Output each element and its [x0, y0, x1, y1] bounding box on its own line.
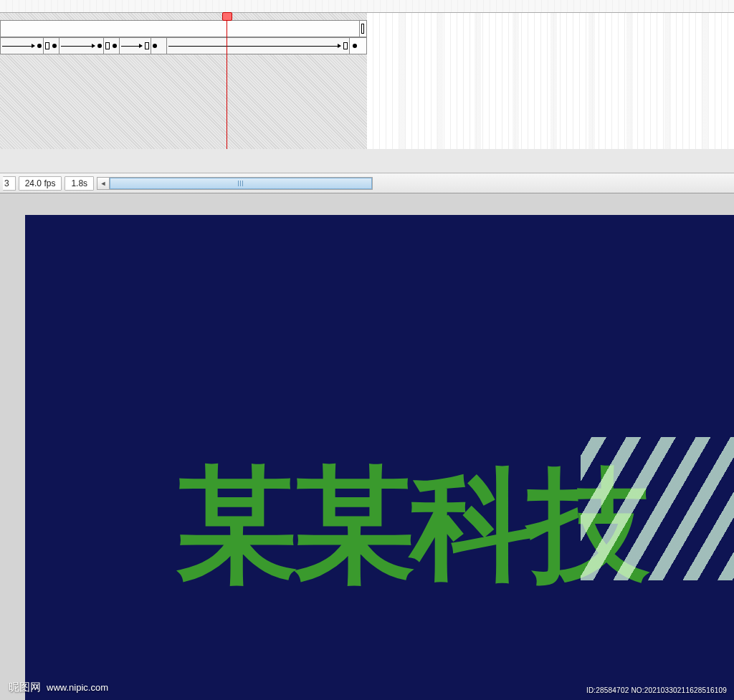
current-frame-display: 3 [3, 176, 16, 191]
end-frame-marker [361, 24, 364, 34]
blank-keyframe-icon [105, 42, 110, 49]
scrollbar-grip-icon [238, 181, 244, 186]
stage-title-text[interactable]: 某某科技 [176, 444, 646, 608]
keyframe-dot-icon [37, 44, 42, 48]
playhead[interactable] [227, 13, 227, 149]
timeline-layers [0, 13, 734, 149]
watermark-site-name: 昵图网 [9, 681, 41, 694]
watermark: 昵图网 www.nipic.com [9, 681, 108, 694]
elapsed-time-display: 1.8s [65, 176, 94, 191]
blank-keyframe-icon [45, 42, 49, 49]
keyframe-dot-icon [113, 44, 117, 48]
tween-arrow-icon [61, 46, 95, 47]
watermark-id: ID:28584702 NO:20210330211628516109 [586, 686, 727, 694]
blank-keyframe-icon [145, 42, 149, 49]
timeline-layer-2[interactable] [0, 37, 367, 54]
scrollbar-thumb[interactable] [110, 178, 372, 189]
timeline-status-bar: 3 24.0 fps 1.8s ◄ [0, 173, 734, 193]
timeline-layer-1[interactable] [0, 20, 367, 37]
keyframe-dot-icon [353, 44, 357, 48]
stage-canvas[interactable]: 某某科技 [25, 215, 734, 700]
timeline-panel: 3 24.0 fps 1.8s ◄ [0, 0, 734, 193]
timeline-scrollbar[interactable]: ◄ [97, 177, 373, 190]
keyframe-dot-icon [153, 44, 157, 48]
timeline-ruler[interactable] [0, 0, 734, 13]
keyframe-dot-icon [52, 44, 57, 48]
tween-arrow-icon [2, 46, 34, 47]
blank-keyframe-icon [343, 42, 348, 49]
timeline-empty-frames[interactable] [367, 13, 734, 149]
stage-area: 某某科技 [0, 193, 734, 700]
keyframe-dot-icon [97, 44, 102, 48]
fps-display[interactable]: 24.0 fps [19, 176, 62, 191]
tween-arrow-icon [121, 46, 142, 47]
watermark-site-url: www.nipic.com [47, 682, 108, 693]
tween-arrow-icon [168, 46, 340, 47]
scroll-left-button[interactable]: ◄ [97, 178, 110, 189]
